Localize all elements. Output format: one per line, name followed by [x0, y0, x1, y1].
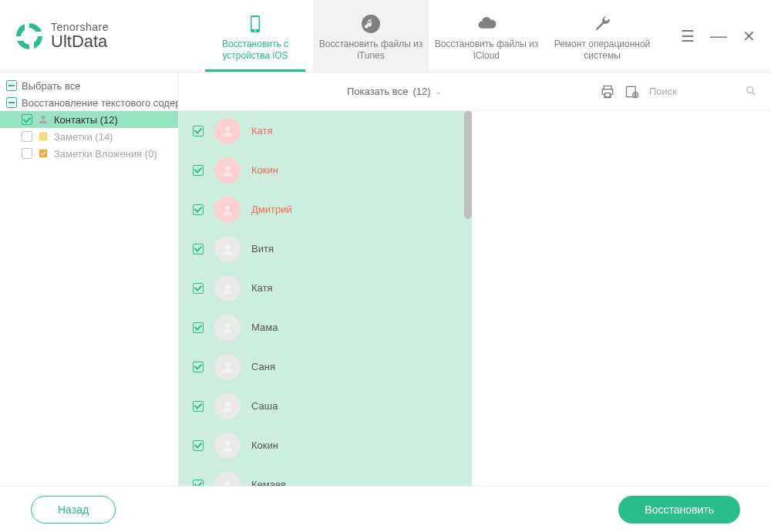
- search-icon: [745, 85, 757, 97]
- svg-rect-1: [252, 17, 259, 29]
- attach-icon: [37, 147, 49, 160]
- sidebar-label: Восстановление текстового содержимо: [22, 97, 178, 109]
- button-label: Восстановить: [645, 503, 714, 516]
- main-panel: Показать все (12) ⌄ Поиск КатяКокинДмитр…: [179, 72, 771, 486]
- avatar-icon: [214, 393, 241, 419]
- search-input[interactable]: Поиск: [649, 85, 757, 98]
- sidebar-select-all[interactable]: Выбрать все: [0, 77, 178, 94]
- checkbox-icon[interactable]: [193, 480, 204, 487]
- app-logo-icon: [14, 21, 45, 52]
- svg-rect-6: [39, 150, 48, 158]
- contact-row[interactable]: Витя: [179, 229, 472, 268]
- checkbox-icon[interactable]: [193, 244, 204, 254]
- svg-point-13: [225, 166, 231, 171]
- svg-point-4: [41, 116, 45, 120]
- tab-repair-os[interactable]: Ремонт операционной системы: [544, 0, 660, 72]
- contact-row[interactable]: Катя: [179, 111, 472, 150]
- brand-top: Tenorshare: [51, 22, 109, 33]
- sidebar-item-label: Заметки Вложения (0): [54, 148, 157, 160]
- cloud-icon: [475, 12, 498, 35]
- contact-row[interactable]: Дмитрий: [179, 190, 472, 229]
- filter-count: (12): [412, 86, 430, 97]
- notes-icon: [37, 130, 49, 143]
- wrench-icon: [591, 12, 614, 35]
- sidebar-item[interactable]: Заметки Вложения (0): [0, 145, 178, 162]
- tab-label: Ремонт операционной системы: [549, 39, 655, 62]
- minimize-icon[interactable]: —: [710, 26, 727, 46]
- tab-label: Восстановить файлы из iCloud: [433, 39, 540, 62]
- checkbox-icon[interactable]: [193, 440, 204, 451]
- svg-point-11: [747, 87, 753, 93]
- contact-name: Витя: [251, 243, 274, 254]
- checkbox-icon[interactable]: [193, 401, 204, 412]
- contact-row[interactable]: Саня: [179, 347, 472, 386]
- checkbox-icon[interactable]: [193, 362, 204, 372]
- toolbar: Показать все (12) ⌄ Поиск: [179, 72, 771, 111]
- itunes-icon: [359, 12, 382, 35]
- contact-row[interactable]: Саша: [179, 386, 472, 426]
- svg-point-2: [254, 30, 256, 32]
- checkbox-icon[interactable]: [193, 283, 204, 294]
- filter-dropdown[interactable]: Показать все (12) ⌄: [347, 86, 442, 97]
- svg-point-21: [225, 480, 231, 486]
- contact-row[interactable]: Кемаев: [179, 465, 472, 486]
- contact-name: Кемаев: [251, 479, 286, 486]
- detail-panel: [472, 111, 771, 486]
- svg-rect-8: [605, 93, 611, 96]
- avatar-icon: [214, 354, 241, 380]
- content-split: КатяКокинДмитрийВитяКатяМамаСаняСашаКоки…: [179, 111, 771, 486]
- checkbox-icon[interactable]: [193, 126, 204, 136]
- app-header: Tenorshare UltData Восстановить с устрой…: [0, 0, 771, 72]
- svg-point-20: [225, 441, 231, 446]
- checkbox-icon[interactable]: [193, 165, 204, 176]
- footer: Назад Восстановить: [0, 486, 771, 532]
- body-area: Выбрать все Восстановление текстового со…: [0, 72, 771, 486]
- contact-row[interactable]: Мама: [179, 308, 472, 347]
- sidebar-item-label: Контакты (12): [54, 114, 118, 126]
- tab-label: Восстановить с устройства iOS: [202, 39, 308, 62]
- contact-row[interactable]: Катя: [179, 268, 472, 308]
- filter-label: Показать все: [347, 86, 408, 97]
- contact-name: Кокин: [251, 164, 278, 176]
- print-icon[interactable]: [600, 84, 615, 99]
- contact-row[interactable]: Кокин: [179, 426, 472, 465]
- tab-recover-icloud[interactable]: Восстановить файлы из iCloud: [429, 0, 544, 72]
- contact-name: Саша: [251, 400, 278, 412]
- recover-button[interactable]: Восстановить: [618, 496, 740, 524]
- chevron-down-icon: ⌄: [436, 87, 442, 96]
- svg-point-15: [225, 244, 231, 250]
- phone-icon: [244, 12, 267, 35]
- menu-icon[interactable]: ☰: [681, 27, 695, 45]
- contact-row[interactable]: Кокин: [179, 150, 472, 190]
- contact-name: Катя: [251, 125, 273, 136]
- contacts-icon: [37, 113, 49, 126]
- checkbox-mixed-icon[interactable]: [6, 80, 17, 91]
- avatar-icon: [214, 197, 241, 223]
- sidebar-item[interactable]: Заметки (14): [0, 128, 178, 145]
- svg-point-17: [225, 323, 231, 328]
- avatar-icon: [214, 275, 241, 301]
- export-settings-icon[interactable]: [625, 84, 640, 99]
- checkbox-icon[interactable]: [193, 204, 204, 215]
- checkbox-icon[interactable]: [22, 114, 32, 125]
- sidebar-group[interactable]: Восстановление текстового содержимо: [0, 94, 178, 111]
- contact-name: Саня: [251, 361, 275, 372]
- scrollbar-thumb[interactable]: [464, 111, 472, 219]
- avatar-icon: [214, 236, 241, 262]
- contact-name: Катя: [251, 282, 273, 294]
- tab-recover-ios[interactable]: Восстановить с устройства iOS: [197, 0, 313, 72]
- app-logo-area: Tenorshare UltData: [0, 0, 197, 72]
- checkbox-icon[interactable]: [193, 322, 204, 333]
- sidebar-item[interactable]: Контакты (12): [0, 111, 178, 128]
- checkbox-icon[interactable]: [22, 148, 32, 159]
- tab-label: Восстановить файлы из iTunes: [318, 39, 424, 62]
- checkbox-mixed-icon[interactable]: [6, 97, 17, 108]
- svg-point-14: [225, 205, 231, 210]
- tab-recover-itunes[interactable]: Восстановить файлы из iTunes: [313, 0, 429, 72]
- sidebar-item-label: Заметки (14): [54, 131, 113, 143]
- brand-main: UltData: [51, 32, 109, 50]
- back-button[interactable]: Назад: [31, 496, 116, 524]
- avatar-icon: [214, 118, 241, 144]
- checkbox-icon[interactable]: [22, 131, 32, 142]
- close-icon[interactable]: ✕: [742, 27, 756, 45]
